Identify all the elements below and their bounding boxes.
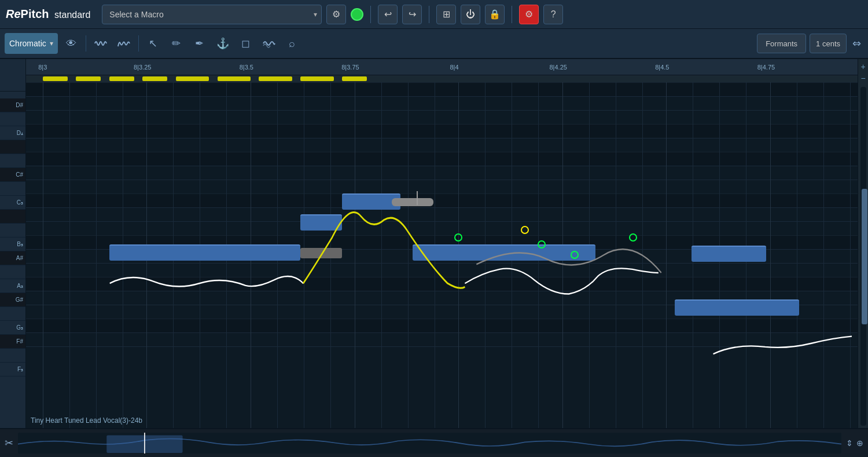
timeline-mark-2: 8|3.25 — [134, 64, 151, 71]
tool-separator-1 — [86, 35, 86, 52]
tool-waves-button[interactable] — [259, 34, 279, 53]
search-icon: ⌕ — [289, 38, 295, 50]
vline-13 — [355, 82, 355, 428]
vline-3 — [96, 82, 97, 428]
grid-icon: ⊞ — [443, 9, 450, 20]
vline-31 — [823, 82, 824, 428]
help-button[interactable]: ? — [543, 5, 563, 24]
power-button[interactable]: ⏻ — [461, 5, 480, 24]
zoom-in-button[interactable]: + — [858, 61, 869, 72]
pitch-correction-handle[interactable] — [392, 198, 433, 206]
vline-1 — [43, 82, 43, 428]
timeline-mark-4: 8|3.75 — [341, 64, 359, 71]
cents-display: 1 cents — [810, 34, 847, 53]
note-block-a3-left[interactable] — [109, 244, 301, 261]
settings-red-button[interactable]: ⚙ — [519, 5, 539, 24]
tool-waveform-button[interactable] — [91, 34, 111, 53]
scroll-thumb[interactable] — [862, 189, 867, 324]
tool-pencil-button[interactable]: ✏ — [167, 34, 186, 53]
grid-hline-7 — [26, 180, 858, 180]
second-toolbar: Chromatic ▾ 👁 ↖ ✏ ✒ ⚓ ◻ ⌕ F — [0, 29, 868, 59]
tool-anchor-button[interactable]: ⚓ — [213, 34, 233, 53]
yellow-marker-3 — [109, 76, 134, 81]
logo-pitch: Pitch — [21, 8, 49, 20]
track-label: Tiny Heart Tuned Lead Vocal(3)-24b — [31, 416, 142, 425]
note-block-a3-right[interactable] — [692, 246, 766, 262]
key-f3: F₃ — [0, 363, 25, 376]
grid-hline-9 — [26, 207, 858, 208]
vertical-scrollbar[interactable] — [860, 87, 866, 426]
ctrl-point-1[interactable] — [454, 233, 462, 242]
key-gsharp: G# — [0, 293, 25, 307]
key-b3-upper — [0, 210, 25, 224]
expand-button[interactable]: ⇔ — [850, 35, 863, 52]
note-block-g3[interactable] — [675, 299, 800, 316]
lock-button[interactable]: 🔒 — [485, 5, 505, 24]
timeline-mark-1: 8|3 — [38, 64, 47, 71]
sliders-button[interactable]: ⚙ — [326, 5, 346, 24]
tool-ear-button[interactable]: 👁 — [61, 34, 81, 53]
logo-re: Re — [6, 8, 21, 20]
yellow-marker-4 — [142, 76, 167, 81]
grid-hline-19 — [26, 346, 858, 347]
tool-separator-2 — [138, 35, 139, 52]
separator-1 — [370, 6, 371, 23]
sharp-row-bg-6 — [26, 319, 858, 332]
separator-3 — [512, 6, 512, 23]
formants-button[interactable]: Formants — [757, 34, 806, 53]
timeline: 8|3 8|3.25 8|3.5 8|3.75 8|4 8|4.25 8|4.5… — [26, 59, 858, 75]
tool-squiggle-button[interactable] — [114, 34, 134, 53]
tool-pen-button[interactable]: ✒ — [190, 34, 209, 53]
ctrl-point-yellow[interactable] — [521, 226, 529, 234]
key-dsharp: D# — [0, 98, 25, 112]
yellow-marker-6 — [218, 76, 251, 81]
tool-pointer-button[interactable]: ↖ — [144, 34, 163, 53]
pitch-grid[interactable]: Tiny Heart Tuned Lead Vocal(3)-24b — [26, 82, 858, 428]
chromatic-dropdown-icon: ▾ — [50, 39, 53, 47]
separator-2 — [429, 6, 429, 23]
vline-32 — [850, 82, 851, 428]
note-block-b3-left[interactable] — [300, 214, 342, 231]
grid-hline-18 — [26, 332, 858, 333]
macro-wrapper: Select a Macro ▾ — [102, 5, 322, 24]
bottom-strip: ✂ ⇕ ⊕ — [0, 428, 868, 457]
key-csharp: C# — [0, 168, 25, 182]
ctrl-point-3[interactable] — [571, 251, 579, 259]
yellow-marker-5 — [176, 76, 209, 81]
status-indicator — [351, 8, 363, 21]
sliders-icon: ⚙ — [332, 9, 340, 20]
key-c3: C₃ — [0, 196, 25, 210]
key-b3-above — [0, 224, 25, 237]
vline-29 — [770, 82, 771, 428]
tool-eraser-button[interactable]: ◻ — [236, 34, 256, 53]
main-area: D# D₄ C# C₃ B₃ A# A₃ G# G₃ F# F₃ 8|3 8|3… — [0, 59, 868, 428]
tool-search-button[interactable]: ⌕ — [282, 34, 302, 53]
strip-right-icons: ⇕ ⊕ — [846, 438, 863, 448]
key-a3-above — [0, 265, 25, 279]
pencil-icon: ✏ — [172, 37, 181, 50]
app-logo: RePitch standard — [6, 8, 90, 21]
grid-hline-6 — [26, 166, 858, 166]
grid-hline-13 — [26, 263, 858, 264]
redo-button[interactable]: ↪ — [402, 5, 422, 24]
note-block-a3-mid[interactable] — [413, 244, 595, 261]
key-csharp-upper — [0, 140, 25, 154]
logo-standard: standard — [54, 10, 90, 20]
chromatic-selector[interactable]: Chromatic ▾ — [5, 33, 58, 54]
undo-icon: ↩ — [384, 9, 392, 20]
zoom-out-button[interactable]: − — [858, 73, 869, 83]
scissor-icon[interactable]: ✂ — [5, 437, 13, 449]
macro-select[interactable]: Select a Macro — [102, 5, 322, 24]
squiggle-icon — [117, 38, 130, 49]
pitch-handle-1[interactable] — [300, 248, 342, 258]
strip-zoom-button[interactable]: ⊕ — [856, 438, 863, 448]
grid-button[interactable]: ⊞ — [436, 5, 456, 24]
undo-button[interactable]: ↩ — [378, 5, 398, 24]
ctrl-point-2[interactable] — [538, 240, 546, 248]
waveform-zoom-button[interactable]: ⇕ — [846, 438, 853, 448]
right-panel: + − — [858, 59, 868, 428]
eraser-icon: ◻ — [241, 37, 250, 50]
ctrl-point-4[interactable] — [629, 233, 637, 242]
timeline-mark-7: 8|4.5 — [655, 64, 669, 71]
waveform-strip[interactable] — [18, 433, 841, 454]
